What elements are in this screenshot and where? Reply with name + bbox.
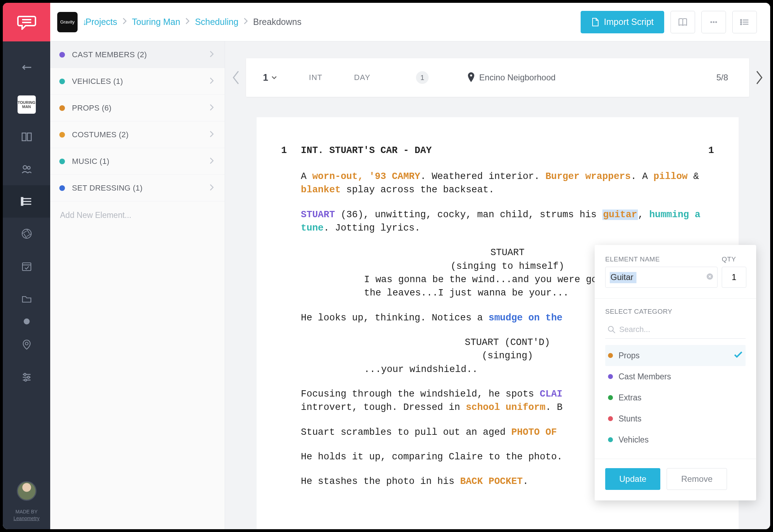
- tag-prop[interactable]: blanket: [301, 185, 341, 195]
- scene-num-right: 1: [708, 145, 714, 156]
- chevron-right-icon: [243, 17, 248, 27]
- chevron-right-icon: [209, 104, 214, 113]
- svg-point-22: [25, 379, 27, 381]
- list-rows-icon: [21, 195, 33, 207]
- more-button[interactable]: [701, 11, 726, 33]
- footer-credit: MADE BY Leanometry: [14, 508, 40, 522]
- nav-project-thumb[interactable]: TOURING MAN: [3, 88, 50, 121]
- tag-vehicle[interactable]: worn-out, '93 CAMRY: [312, 171, 420, 182]
- category-row[interactable]: CAST MEMBERS (2): [50, 41, 225, 68]
- search-icon: [607, 325, 616, 334]
- left-rail: TOURING MAN MAD: [3, 3, 50, 529]
- category-option[interactable]: Stunts: [605, 408, 746, 429]
- nav-sliders[interactable]: [3, 361, 50, 393]
- next-scene-button[interactable]: [753, 58, 767, 97]
- nav-calendar[interactable]: [3, 250, 50, 282]
- clear-input-button[interactable]: [706, 273, 713, 281]
- book-view-button[interactable]: [670, 11, 695, 33]
- tag-prop[interactable]: BACK POCKET: [460, 476, 523, 487]
- category-sidebar: CAST MEMBERS (2) VEHICLES (1) PROPS (6) …: [50, 41, 225, 529]
- category-option[interactable]: Vehicles: [605, 429, 746, 450]
- tag-cast[interactable]: STUART: [301, 210, 335, 220]
- category-row[interactable]: SET DRESSING (1): [50, 175, 225, 201]
- breadcrumb: ↓ Projects Touring Man Scheduling Breakd…: [82, 17, 302, 27]
- prev-scene-button[interactable]: [229, 58, 243, 97]
- action-line[interactable]: A worn-out, '93 CAMRY. Weathered interio…: [301, 170, 714, 197]
- category-label: MUSIC (1): [72, 157, 110, 166]
- svg-point-21: [27, 376, 29, 378]
- nav-people[interactable]: [3, 153, 50, 185]
- svg-point-5: [27, 166, 30, 169]
- qty-input[interactable]: [722, 267, 746, 288]
- nav-back[interactable]: [3, 51, 50, 84]
- category-option[interactable]: Cast Members: [605, 366, 746, 387]
- scene-location[interactable]: Encino Neigborhood: [467, 72, 556, 83]
- nav-folder[interactable]: [3, 282, 50, 314]
- color-dot-icon: [608, 437, 613, 442]
- tag-costume[interactable]: school uniform: [466, 402, 546, 413]
- nav-dot[interactable]: [3, 314, 50, 328]
- tag-cast[interactable]: CLAI: [540, 389, 563, 399]
- color-dot-icon: [59, 79, 65, 84]
- tag-prop-selected[interactable]: guitar: [602, 210, 638, 220]
- scene-nav-bar: 1 INT DAY 1 Encino Neigborhood 5/8: [246, 58, 749, 97]
- category-row[interactable]: COSTUMES (2): [50, 121, 225, 148]
- breadcrumb-section[interactable]: Scheduling: [195, 17, 238, 27]
- category-row[interactable]: MUSIC (1): [50, 148, 225, 175]
- project-badge[interactable]: Gravity: [57, 12, 78, 32]
- add-element-input[interactable]: Add New Element...: [50, 201, 225, 229]
- svg-rect-2: [22, 133, 26, 141]
- nav-breakdowns[interactable]: [3, 185, 50, 218]
- nav-side-by-side[interactable]: [3, 121, 50, 153]
- list-toggle-button[interactable]: [732, 11, 757, 33]
- topbar: Gravity ↓ Projects Touring Man Schedulin…: [50, 3, 770, 41]
- sliders-icon: [21, 371, 33, 383]
- tag-prop[interactable]: PHOTO OF: [511, 427, 557, 438]
- list-icon: [739, 17, 750, 27]
- nav-location[interactable]: [3, 328, 50, 361]
- aperture-icon: [21, 228, 33, 240]
- svg-point-20: [24, 373, 26, 375]
- tag-set-dressing[interactable]: smudge on the: [489, 313, 563, 323]
- people-icon: [21, 163, 33, 175]
- category-option[interactable]: Extras: [605, 387, 746, 408]
- remove-button[interactable]: Remove: [667, 468, 727, 490]
- document-icon: [591, 18, 599, 27]
- tag-prop[interactable]: Burger wrappers: [546, 171, 631, 182]
- element-popover: ELEMENT NAME QTY: [595, 245, 756, 500]
- element-name-label: ELEMENT NAME: [605, 255, 718, 263]
- scene-number-dropdown[interactable]: 1: [263, 72, 277, 83]
- breadcrumb-project[interactable]: Touring Man: [132, 17, 180, 27]
- update-button[interactable]: Update: [605, 468, 660, 490]
- color-dot-icon: [608, 353, 613, 358]
- svg-rect-13: [22, 263, 31, 271]
- element-name-input[interactable]: [605, 267, 718, 288]
- import-script-button[interactable]: Import Script: [581, 11, 664, 33]
- svg-point-12: [22, 229, 31, 238]
- category-row[interactable]: VEHICLES (1): [50, 68, 225, 95]
- check-icon: [734, 351, 743, 360]
- svg-rect-9: [21, 198, 23, 200]
- category-label: VEHICLES (1): [72, 77, 123, 86]
- category-label: COSTUMES (2): [72, 130, 128, 139]
- category-row[interactable]: PROPS (6): [50, 95, 225, 121]
- app-logo[interactable]: [3, 3, 50, 41]
- category-label: PROPS (6): [72, 104, 112, 113]
- calendar-check-icon: [21, 260, 33, 272]
- svg-point-30: [741, 21, 742, 22]
- more-horizontal-icon: [708, 17, 719, 27]
- nav-shutter[interactable]: [3, 218, 50, 250]
- category-option[interactable]: Props: [605, 345, 746, 366]
- int-ext-label: INT: [309, 73, 322, 82]
- avatar[interactable]: [17, 481, 37, 501]
- tag-prop[interactable]: pillow: [654, 171, 688, 182]
- breadcrumb-projects[interactable]: Projects: [86, 17, 117, 27]
- svg-point-31: [741, 24, 742, 25]
- chevron-right-icon: [209, 50, 214, 59]
- chevron-right-icon: [209, 157, 214, 166]
- category-option-label: Props: [619, 351, 640, 360]
- chevron-right-icon: [209, 184, 214, 193]
- pin-icon: [21, 339, 33, 351]
- category-search-input[interactable]: [605, 320, 746, 339]
- action-line[interactable]: STUART (36), unwitting, cocky, man child…: [301, 208, 714, 235]
